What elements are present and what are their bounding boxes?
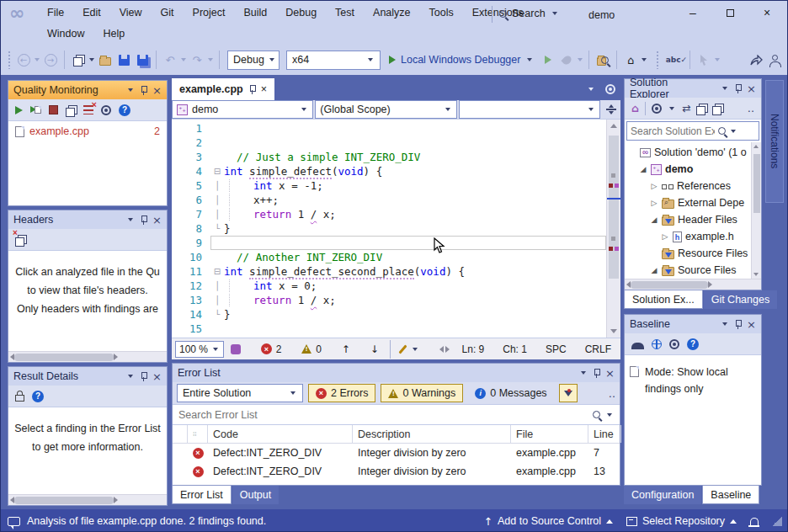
close-icon[interactable]: × xyxy=(152,84,162,97)
run-all-button[interactable] xyxy=(30,106,41,114)
pin-icon[interactable] xyxy=(594,369,599,378)
headers-title-bar[interactable]: Headers × xyxy=(8,210,167,229)
globe-icon[interactable] xyxy=(652,339,662,349)
editor-vertical-scrollbar[interactable] xyxy=(606,120,620,338)
new-project-button[interactable] xyxy=(70,51,87,69)
code-area[interactable]: 123 // Just a simple INT_ZERO_DIV4⊟int s… xyxy=(172,121,606,336)
redo-button[interactable]: ↷ xyxy=(189,51,205,69)
editor-options-gear-icon[interactable] xyxy=(605,84,615,94)
find-in-files-button[interactable] xyxy=(594,51,611,69)
solution-explorer-sync-dropdown-icon[interactable] xyxy=(642,58,647,61)
collapse-all-icon[interactable] xyxy=(696,104,706,114)
help-button[interactable]: ? xyxy=(687,338,699,350)
tree-item-references[interactable]: ▷References xyxy=(625,178,761,194)
window-position-dropdown-icon[interactable] xyxy=(722,87,727,90)
code-line[interactable]: 3 // Just a simple INT_ZERO_DIV xyxy=(172,150,606,164)
character-indicator[interactable]: Ch: 1 xyxy=(497,343,533,355)
solution-explorer-sync-button[interactable]: ⌂ xyxy=(622,51,639,69)
hot-reload-dropdown-icon[interactable] xyxy=(578,58,583,61)
code-column-header[interactable]: Code xyxy=(208,425,353,443)
code-editor[interactable]: 123 // Just a simple INT_ZERO_DIV4⊟int s… xyxy=(172,120,620,338)
bell-icon[interactable] xyxy=(750,518,759,525)
undo-button[interactable]: ↶ xyxy=(162,51,178,69)
menu-analyze[interactable]: Analyze xyxy=(364,4,419,21)
code-cleanup-dropdown-icon[interactable] xyxy=(413,348,418,351)
start-debugging-button[interactable]: Local Windows Debugger xyxy=(389,54,534,66)
menu-test[interactable]: Test xyxy=(326,4,364,21)
window-position-dropdown-icon[interactable] xyxy=(128,88,133,92)
code-line[interactable]: 12│int x = 0; xyxy=(172,279,606,293)
window-position-dropdown-icon[interactable] xyxy=(128,218,133,221)
code-line[interactable]: 2 xyxy=(172,136,606,150)
line-ending-indicator[interactable]: CRLF xyxy=(579,343,617,355)
code-line[interactable]: 1 xyxy=(172,121,606,136)
pin-icon[interactable] xyxy=(141,86,146,95)
code-line[interactable]: 15 xyxy=(172,322,606,336)
code-line[interactable]: 4⊟int simple_defect(void) { xyxy=(172,164,606,178)
minimize-button[interactable]: – xyxy=(674,1,711,24)
navigate-back-button[interactable]: ← xyxy=(15,51,32,69)
close-icon[interactable]: × xyxy=(152,214,162,226)
pin-icon[interactable] xyxy=(141,215,146,225)
error-row[interactable]: ×Defect:INT_ZERO_DIVInteger division by … xyxy=(173,444,620,462)
menu-window[interactable]: Window xyxy=(38,25,93,42)
editor-warnings-indicator[interactable]: 0 xyxy=(301,343,322,355)
tree-item-resource-files[interactable]: Resource Files xyxy=(625,245,761,262)
tree-chevron-icon[interactable]: ▷ xyxy=(650,182,658,190)
tree-item-source-files[interactable]: ◢Source Files xyxy=(625,262,761,279)
help-button[interactable]: ? xyxy=(119,104,130,116)
menu-git[interactable]: Git xyxy=(152,4,184,21)
undo-dropdown-icon[interactable] xyxy=(181,58,186,61)
menu-build[interactable]: Build xyxy=(234,4,276,21)
split-editor-button[interactable] xyxy=(602,100,620,119)
close-icon[interactable]: × xyxy=(261,83,267,95)
error-search-input[interactable] xyxy=(178,409,588,421)
share-button[interactable] xyxy=(748,51,764,69)
error-list-title-bar[interactable]: Error List × xyxy=(173,364,620,382)
live-share-button[interactable] xyxy=(766,51,783,69)
tree-vertical-scrollbar[interactable] xyxy=(751,142,761,279)
clear-headers-button[interactable]: × xyxy=(15,235,25,245)
save-button[interactable] xyxy=(115,51,132,69)
tree-chevron-icon[interactable]: ◢ xyxy=(639,165,647,173)
pin-icon[interactable] xyxy=(141,372,146,381)
column-guides-button[interactable] xyxy=(649,51,666,69)
start-without-debugging-button[interactable] xyxy=(540,51,556,69)
scope-select[interactable]: (Global Scope) xyxy=(315,100,456,119)
tree-item-header-files[interactable]: ◢Header Files xyxy=(625,211,761,228)
solution-explorer-search[interactable] xyxy=(626,121,759,141)
pin-icon[interactable] xyxy=(735,84,741,93)
scrollbar-thumb[interactable] xyxy=(609,136,619,279)
show-all-files-icon[interactable] xyxy=(712,104,722,114)
hot-reload-button[interactable] xyxy=(558,51,575,69)
quality-monitoring-title-bar[interactable]: Quality Monitoring × xyxy=(8,81,167,99)
space-indicator[interactable]: SPC xyxy=(540,343,572,355)
solution-search-input[interactable] xyxy=(631,125,715,137)
tree-chevron-icon[interactable]: ▷ xyxy=(650,199,658,207)
messages-filter-button[interactable]: i 0 Messages xyxy=(468,384,553,402)
tab-solution-explorer[interactable]: Solution Ex... xyxy=(624,290,703,309)
error-row[interactable]: ×Defect:INT_ZERO_DIVInteger division by … xyxy=(173,462,620,481)
tab-configuration[interactable]: Configuration xyxy=(624,486,701,504)
window-position-dropdown-icon[interactable] xyxy=(128,375,133,378)
navigate-back-dropdown-icon[interactable] xyxy=(35,58,40,61)
code-line[interactable]: 13│return 1 / x; xyxy=(172,293,606,307)
tree-item-example-h[interactable]: ▷hexample.h xyxy=(625,228,761,245)
menu-view[interactable]: View xyxy=(110,4,152,21)
save-all-button[interactable] xyxy=(134,51,151,69)
toolbar-overflow[interactable]: ‥ xyxy=(609,387,615,400)
intellicode-button[interactable] xyxy=(695,51,712,69)
filter-button[interactable] xyxy=(559,384,578,402)
resize-grip[interactable] xyxy=(772,516,782,526)
stop-analysis-button[interactable] xyxy=(49,105,58,114)
maximize-button[interactable] xyxy=(711,1,748,24)
menu-file[interactable]: File xyxy=(38,4,73,21)
window-position-dropdown-icon[interactable] xyxy=(722,322,727,326)
tree-item-external-depe[interactable]: ▷External Depe xyxy=(625,194,761,211)
global-search[interactable]: Search xyxy=(499,8,559,19)
select-repository-button[interactable]: Select Repository xyxy=(626,515,737,527)
tree-item-solution-demo-1-o[interactable]: ∞Solution 'demo' (1 o xyxy=(625,144,761,161)
zoom-select[interactable]: 100 % xyxy=(175,341,224,358)
result-details-title-bar[interactable]: Result Details × xyxy=(8,367,167,386)
editor-errors-indicator[interactable]: × 2 xyxy=(261,343,282,355)
